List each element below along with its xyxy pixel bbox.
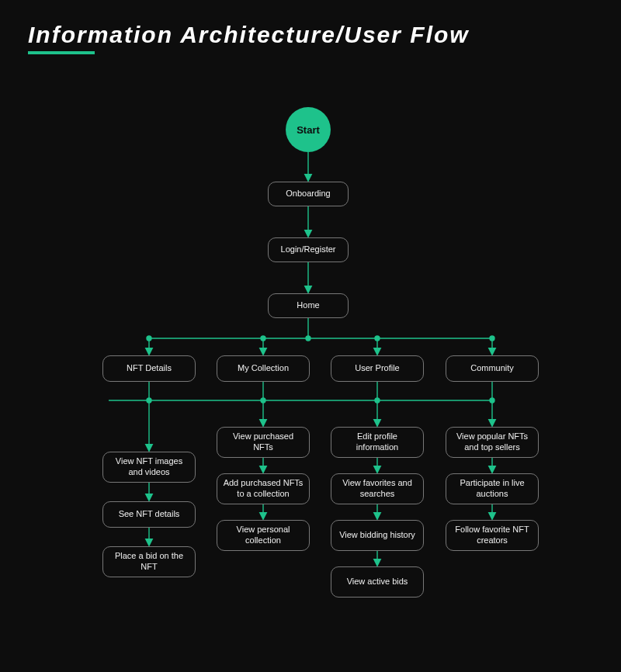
- node-prof-history: View bidding history: [331, 520, 424, 551]
- svg-point-11: [306, 336, 310, 341]
- node-home: Home: [268, 293, 349, 318]
- svg-point-21: [375, 398, 380, 403]
- node-login: Login/Register: [268, 237, 349, 262]
- node-col-add: Add purchased NFTs to a collection: [217, 473, 310, 504]
- node-start: Start: [286, 107, 331, 152]
- node-com-auctions: Participate in live auctions: [446, 473, 539, 504]
- node-nft-bid: Place a bid on the NFT: [102, 546, 196, 577]
- node-nft-images: View NFT images and videos: [102, 452, 196, 483]
- svg-point-22: [490, 398, 494, 403]
- node-prof-edit: Edit profile information: [331, 427, 424, 458]
- node-prof-active-bids: View active bids: [331, 566, 424, 598]
- svg-point-9: [147, 336, 151, 341]
- page-title: Information Architecture/User Flow: [0, 0, 621, 48]
- node-col-view-purchased: View purchased NFTs: [217, 427, 310, 458]
- svg-point-13: [490, 336, 494, 341]
- svg-point-10: [261, 336, 265, 341]
- node-nft-see-details: See NFT details: [102, 501, 196, 528]
- node-onboarding: Onboarding: [268, 182, 349, 206]
- node-nft-details: NFT Details: [102, 355, 196, 382]
- flow-connectors: [0, 0, 621, 672]
- svg-point-20: [261, 398, 265, 403]
- node-prof-favorites: View favorites and searches: [331, 473, 424, 504]
- svg-point-12: [375, 336, 380, 341]
- node-community: Community: [446, 355, 539, 382]
- svg-point-19: [147, 398, 151, 403]
- node-com-popular: View popular NFTs and top sellers: [446, 427, 539, 458]
- node-com-follow: Follow favorite NFT creators: [446, 520, 539, 551]
- node-col-view-personal: View personal collection: [217, 520, 310, 551]
- node-my-collection: My Collection: [217, 355, 310, 382]
- title-underline: [28, 51, 95, 54]
- node-user-profile: User Profile: [331, 355, 424, 382]
